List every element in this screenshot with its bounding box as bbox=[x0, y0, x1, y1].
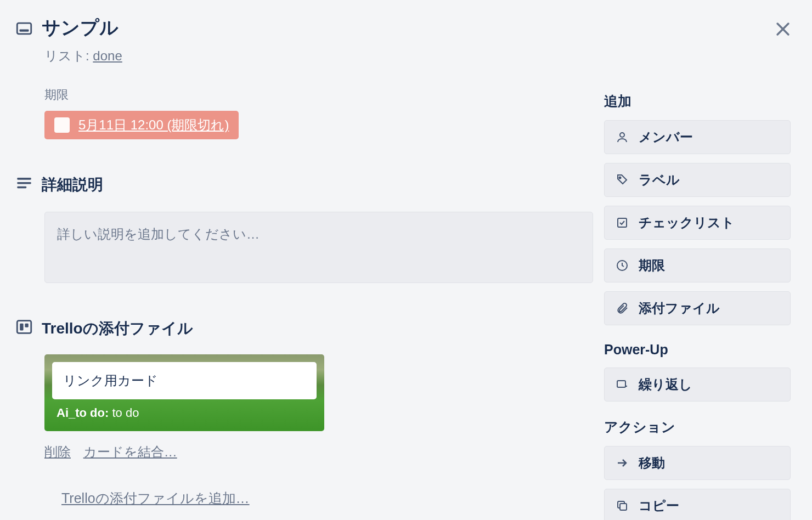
card-title[interactable]: サンプル bbox=[42, 15, 119, 39]
linked-card-title: リンク用カード bbox=[52, 362, 317, 399]
description-heading: 詳細説明 bbox=[42, 172, 103, 195]
svg-rect-9 bbox=[25, 324, 28, 327]
svg-point-10 bbox=[620, 133, 624, 137]
svg-rect-12 bbox=[618, 218, 627, 227]
checklist-button[interactable]: チェックリスト bbox=[604, 206, 791, 240]
add-trello-attachment-link[interactable]: Trelloの添付ファイルを追加… bbox=[61, 489, 593, 507]
svg-point-11 bbox=[619, 177, 621, 179]
close-icon bbox=[774, 20, 792, 38]
tag-icon bbox=[614, 172, 630, 188]
members-button[interactable]: メンバー bbox=[604, 120, 791, 154]
checklist-label: チェックリスト bbox=[639, 214, 735, 231]
card-icon bbox=[13, 18, 35, 39]
description-input[interactable]: 詳しい説明を追加してください… bbox=[44, 212, 593, 283]
repeat-button[interactable]: 繰り返し bbox=[604, 368, 791, 402]
sidebar-actions-heading: アクション bbox=[604, 418, 799, 436]
sidebar-powerup-heading: Power-Up bbox=[604, 342, 799, 358]
move-button[interactable]: 移動 bbox=[604, 446, 791, 480]
due-date-badge[interactable]: 5月11日 12:00 (期限切れ) bbox=[44, 111, 239, 139]
delete-attachment-link[interactable]: 削除 bbox=[44, 444, 71, 459]
linked-card-meta: Ai_to do: to do bbox=[52, 406, 317, 420]
repeat-label: 繰り返し bbox=[639, 376, 692, 393]
labels-button[interactable]: ラベル bbox=[604, 163, 791, 197]
svg-rect-8 bbox=[20, 324, 23, 331]
svg-rect-3 bbox=[20, 29, 29, 31]
attachments-heading: Trelloの添付ファイル bbox=[42, 316, 193, 339]
svg-rect-14 bbox=[617, 381, 625, 387]
clock-icon bbox=[614, 258, 630, 273]
attachment-button[interactable]: 添付ファイル bbox=[604, 291, 791, 325]
list-link[interactable]: done bbox=[93, 48, 122, 63]
description-icon bbox=[13, 172, 35, 194]
relate-card-link[interactable]: カードを結合… bbox=[83, 444, 177, 459]
paperclip-icon bbox=[614, 301, 630, 316]
svg-rect-6 bbox=[17, 186, 26, 189]
arrow-right-icon bbox=[614, 455, 630, 471]
svg-rect-15 bbox=[620, 504, 627, 510]
copy-icon bbox=[614, 498, 630, 513]
linked-card-board: Ai_to do: bbox=[57, 406, 109, 420]
list-prefix: リスト: bbox=[44, 48, 93, 63]
copy-label: コピー bbox=[639, 497, 679, 515]
due-checkbox[interactable] bbox=[54, 117, 70, 133]
members-label: メンバー bbox=[639, 128, 693, 146]
member-icon bbox=[614, 129, 630, 145]
close-button[interactable] bbox=[769, 15, 797, 43]
attachment-label: 添付ファイル bbox=[639, 299, 720, 317]
list-location: リスト: done bbox=[44, 47, 593, 65]
repeat-icon bbox=[614, 377, 630, 392]
svg-rect-2 bbox=[17, 23, 31, 34]
svg-rect-7 bbox=[17, 321, 31, 334]
due-date-text: 5月11日 12:00 (期限切れ) bbox=[78, 116, 229, 134]
svg-rect-5 bbox=[17, 182, 31, 184]
svg-rect-4 bbox=[17, 178, 31, 180]
checklist-icon bbox=[614, 215, 630, 230]
trello-attachment-icon bbox=[13, 316, 35, 338]
labels-label: ラベル bbox=[639, 171, 680, 189]
linked-card[interactable]: リンク用カード Ai_to do: to do bbox=[44, 354, 324, 431]
move-label: 移動 bbox=[639, 454, 665, 472]
due-date-button[interactable]: 期限 bbox=[604, 248, 791, 282]
sidebar-add-heading: 追加 bbox=[604, 92, 799, 110]
copy-button[interactable]: コピー bbox=[604, 489, 791, 520]
due-date-label: 期限 bbox=[639, 257, 665, 274]
due-label: 期限 bbox=[44, 87, 593, 103]
linked-card-list: to do bbox=[109, 406, 139, 420]
